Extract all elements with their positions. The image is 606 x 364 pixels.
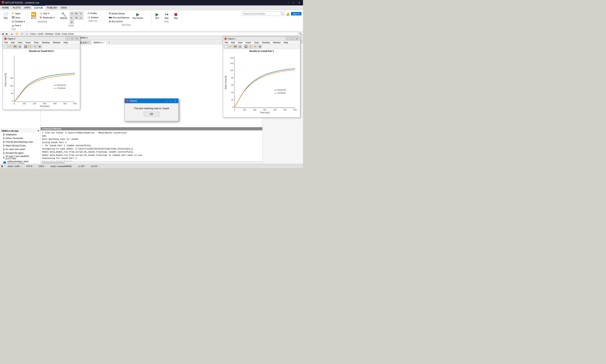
statusbar: ▶ Zoom: 110% UTF-8 CRLF script / compute… [0, 164, 303, 168]
stop-button[interactable]: ⏹ Stop [172, 12, 180, 20]
uncomment-button[interactable]: % [74, 16, 79, 20]
fig2-menu-tools[interactable]: Tools [32, 41, 40, 44]
browse-button[interactable]: 📁 [15, 32, 20, 36]
svg-text:Predicted: Predicted [277, 92, 285, 94]
section-plotting[interactable]: § for case 7 and case8%% pLOTTING [0, 155, 40, 160]
run-button[interactable]: ▶ Run [153, 12, 162, 20]
menu-apps[interactable]: APPS [22, 5, 32, 10]
fig2-cursor-icon[interactable]: ↖ [33, 45, 37, 49]
ribbon-section-content: ⊞ Section Break ▶▶ Run and Advance ⏭ Run… [108, 12, 145, 23]
goto-button[interactable]: ⏩ Go To [29, 12, 38, 20]
run-to-end-button[interactable]: ⏭ Run to End [108, 20, 131, 23]
fig2-menu-edit[interactable]: Edit [10, 41, 16, 44]
figure1-maximize[interactable]: □ [290, 37, 294, 40]
section-icon: § [3, 156, 4, 159]
maximize-button[interactable]: □ [291, 1, 296, 4]
dialog-controls: ─ □ ✕ [166, 99, 177, 103]
dialog-logo-icon: 🔴 [126, 100, 129, 102]
ribbon-analyze-group: ⏱ Profiler 📊 Analyze ANALYZE [85, 11, 101, 23]
ribbon-code-group: 🔧 Refactor ⇥ % ≡ ⇤ % ↵ ⟫ CODE [57, 11, 85, 28]
section-plot-results[interactable]: 🔵 plotResults(data1, data2, ylabelText, … [0, 160, 40, 164]
section-thresholds[interactable]: § Define Thresholds [0, 136, 40, 140]
svg-rect-40 [274, 93, 277, 93]
fig2-menu-file[interactable]: File [3, 41, 10, 44]
menu-home[interactable]: HOME [0, 5, 11, 10]
addressbar: ◀ ▶ ▲ 📁 ⟳ C: › Users › sso01 › Desktop ›… [0, 31, 303, 36]
navigate-group-label: NAVIGATE [38, 21, 47, 23]
forward-button[interactable]: ▶ [5, 32, 9, 36]
close-button[interactable]: ✕ [297, 1, 301, 4]
ribbon-search-area: 🔍 🔔 Sign In [241, 11, 303, 17]
line-endings-status: CRLF [37, 165, 46, 167]
dialog-close[interactable]: ✕ [173, 99, 177, 103]
path-search-icon[interactable]: 🔍 [299, 32, 302, 35]
section-driving-cycles[interactable]: § Match Driving Cycles [0, 144, 40, 147]
search-input[interactable] [242, 12, 285, 16]
comment-button[interactable]: % [74, 12, 79, 15]
format-button[interactable]: ≡ [79, 12, 83, 15]
analyze-icon: 📊 [87, 16, 90, 19]
smart-indent-button[interactable]: ⟫ [70, 20, 74, 24]
sign-in-button[interactable]: Sign In [291, 12, 301, 15]
dialog-minimize[interactable]: ─ [166, 99, 169, 103]
save-icon: 💾 [12, 16, 14, 19]
back-button[interactable]: ◀ [1, 32, 4, 36]
menu-plots[interactable]: PLOTS [11, 5, 22, 10]
dialog-body: The best matching case is: Case8 OK [125, 103, 178, 121]
run-advance-icon: ▶▶ [109, 16, 112, 19]
fig2-zoom-icon[interactable]: 🔲 [24, 45, 28, 49]
fig2-save-icon[interactable]: 💾 [13, 45, 17, 49]
wrap-button[interactable]: ↵ [79, 16, 83, 20]
print-button[interactable]: 🖨 Print ▾ [11, 24, 26, 27]
section-initialization[interactable]: § Initialization [0, 133, 40, 136]
fig1-menu-help[interactable]: Help [282, 41, 290, 44]
compare-button[interactable]: ⚖ Compare ▾ [11, 20, 26, 23]
open-button[interactable]: 📂 Open [11, 12, 26, 15]
fig2-menu-insert[interactable]: Insert [24, 41, 32, 44]
section-best-match[interactable]: § Find the Best Matching Case [0, 140, 40, 144]
step-button[interactable]: ↪ Step [162, 12, 171, 20]
new-button[interactable]: 📄 New [1, 12, 10, 20]
profiler-button[interactable]: ⏱ Profiler [86, 12, 99, 15]
fig1-menu-window[interactable]: Window [271, 41, 282, 44]
bookmark-button[interactable]: 🔖 Bookmark ▾ [39, 16, 55, 19]
fig2-open-icon[interactable]: 📂 [8, 45, 13, 49]
refresh-button[interactable]: ⟳ [20, 32, 24, 36]
save-button[interactable]: 💾 Save [11, 16, 26, 19]
up-button[interactable]: ▲ [10, 32, 14, 36]
section-case7-case8[interactable]: § for case7 and case8 [0, 147, 40, 151]
refactor-button[interactable]: 🔧 Refactor [59, 12, 69, 20]
indent-button[interactable]: ⇥ [70, 12, 74, 15]
ribbon-navigate-group: ⏩ Go To 🔍 Find ▾ 🔖 Bookmark ▾ NAVIGATE [28, 11, 57, 24]
dialog-maximize[interactable]: □ [170, 99, 173, 103]
result-dialog: 🔴 Result ─ □ ✕ The best matching case is… [124, 98, 179, 121]
svg-text:50: 50 [11, 92, 13, 94]
figure1-minimize[interactable]: ─ [286, 37, 290, 40]
minimize-button[interactable]: ─ [286, 1, 291, 4]
fig2-print-icon[interactable]: 🖨 [18, 45, 22, 49]
run-advance-button[interactable]: ▶▶ Run and Advance [108, 16, 131, 19]
section-break-button[interactable]: ⊞ Section Break [108, 12, 131, 15]
fig2-menu-view[interactable]: View [16, 41, 24, 44]
ribbon-run-group: ▶ Run ↪ Step ⏹ Stop RUN [151, 11, 182, 24]
figure1-close[interactable]: ✕ [295, 37, 299, 40]
run-section-button[interactable]: ▶ Run Section [131, 12, 144, 20]
find-button[interactable]: 🔍 Find ▾ [39, 12, 55, 15]
section-simulate[interactable]: § Simulate the agent [0, 151, 40, 155]
menu-view[interactable]: VIEW [59, 5, 69, 10]
run-section-icon: ▶ [136, 12, 139, 17]
fig2-new-icon[interactable]: 📄 [4, 45, 8, 49]
path-breadcrumb[interactable]: C: › Users › sso01 › Desktop › Code › Co… [25, 32, 298, 36]
dialog-ok-button[interactable]: OK [144, 112, 159, 116]
fig2-pan-icon[interactable]: ✋ [28, 45, 32, 49]
menu-editor[interactable]: EDITOR [32, 5, 45, 10]
script-dropdown-header[interactable]: DEMO.m (Script) ▾ [0, 129, 40, 133]
svg-text:500: 500 [283, 109, 287, 111]
analyze-button[interactable]: 📊 Analyze [86, 15, 99, 19]
svg-text:Rotor temp [K]: Rotor temp [K] [4, 73, 7, 87]
goto-label: Go To [31, 17, 36, 19]
bookmark-icon: 🔖 [40, 16, 42, 19]
menu-publish[interactable]: PUBLISH [45, 5, 59, 10]
outdent-button[interactable]: ⇤ [70, 16, 74, 20]
ln-status: Ln 257 [77, 165, 86, 167]
